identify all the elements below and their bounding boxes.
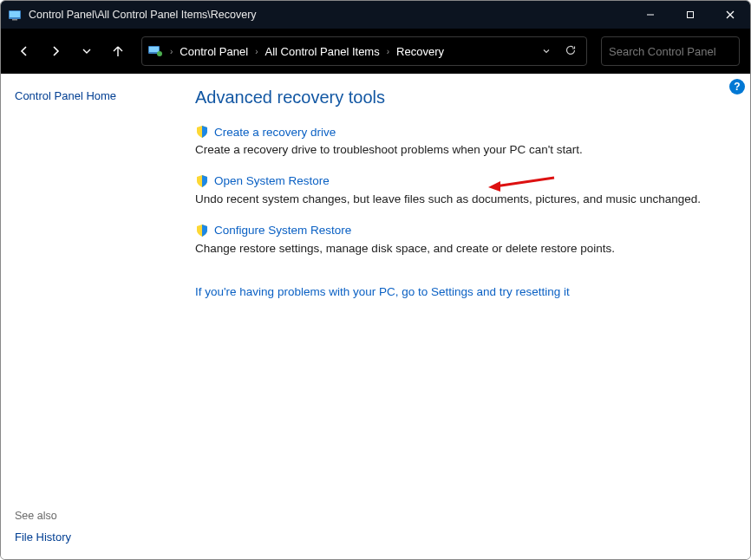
svg-rect-2 — [12, 19, 17, 21]
title-bar: Control Panel\All Control Panel Items\Re… — [1, 1, 750, 29]
control-panel-home-link[interactable]: Control Panel Home — [15, 89, 116, 102]
refresh-button[interactable] — [560, 44, 581, 59]
svg-rect-8 — [149, 47, 159, 52]
shield-icon — [195, 174, 209, 188]
sidebar: Control Panel Home See also File History — [1, 74, 174, 559]
tool-open-system-restore: Open System Restore Undo recent system c… — [195, 174, 726, 208]
address-bar[interactable]: › Control Panel › All Control Panel Item… — [141, 36, 587, 66]
see-also-heading: See also — [15, 510, 171, 522]
shield-icon — [195, 224, 209, 238]
tool-description: Create a recovery drive to troubleshoot … — [195, 142, 726, 159]
breadcrumb-recovery[interactable]: Recovery — [396, 45, 444, 58]
file-history-link[interactable]: File History — [15, 531, 171, 544]
tool-description: Undo recent system changes, but leave fi… — [195, 192, 726, 208]
tool-create-recovery-drive: Create a recovery drive Create a recover… — [195, 125, 726, 159]
close-button[interactable] — [710, 1, 750, 29]
nav-bar: › Control Panel › All Control Panel Item… — [1, 29, 750, 74]
forward-button[interactable] — [42, 38, 69, 64]
breadcrumb-control-panel[interactable]: Control Panel — [180, 45, 248, 58]
reset-pc-link[interactable]: If you're having problems with your PC, … — [195, 285, 570, 298]
chevron-right-icon[interactable]: › — [383, 47, 393, 56]
control-panel-icon — [8, 8, 22, 22]
tool-configure-system-restore: Configure System Restore Change restore … — [195, 224, 726, 257]
minimize-button[interactable] — [630, 1, 670, 29]
svg-rect-1 — [10, 11, 20, 17]
see-also-section: See also File History — [15, 510, 171, 544]
open-system-restore-link[interactable]: Open System Restore — [214, 174, 330, 187]
svg-rect-4 — [688, 12, 694, 18]
main-panel: Advanced recovery tools Create a recover… — [174, 74, 750, 559]
back-button[interactable] — [11, 38, 37, 64]
control-panel-icon — [147, 44, 163, 58]
up-button[interactable] — [105, 38, 131, 64]
chevron-right-icon[interactable]: › — [167, 47, 176, 56]
create-recovery-drive-link[interactable]: Create a recovery drive — [214, 126, 336, 139]
page-heading: Advanced recovery tools — [195, 88, 726, 107]
tool-description: Change restore settings, manage disk spa… — [195, 241, 726, 257]
address-dropdown-button[interactable] — [536, 45, 557, 58]
breadcrumb-all-items[interactable]: All Control Panel Items — [264, 45, 379, 58]
search-box[interactable] — [601, 36, 740, 66]
chevron-right-icon[interactable]: › — [251, 47, 261, 56]
window-title: Control Panel\All Control Panel Items\Re… — [29, 9, 630, 21]
configure-system-restore-link[interactable]: Configure System Restore — [214, 224, 351, 237]
recent-locations-button[interactable] — [74, 38, 100, 64]
maximize-button[interactable] — [670, 1, 710, 29]
content-area: ? Control Panel Home See also File Histo… — [1, 74, 750, 559]
search-input[interactable] — [609, 45, 751, 58]
svg-point-9 — [157, 51, 162, 56]
shield-icon — [195, 125, 209, 139]
